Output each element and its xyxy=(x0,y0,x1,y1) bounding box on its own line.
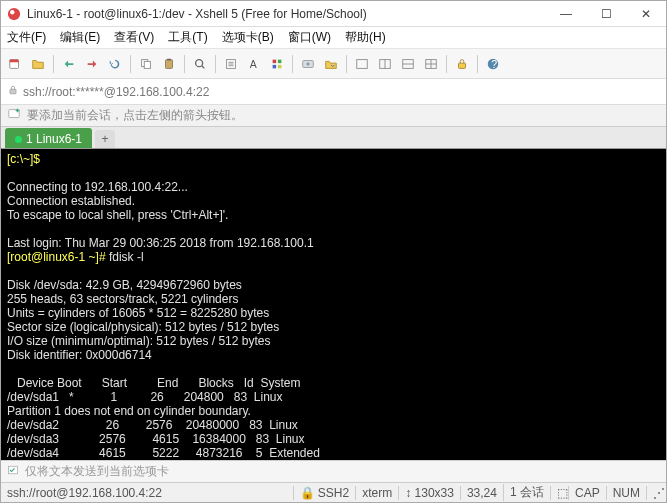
svg-rect-20 xyxy=(357,59,368,68)
menu-view[interactable]: 查看(V) xyxy=(114,29,154,46)
terminal[interactable]: [c:\~]$ Connecting to 192.168.100.4:22..… xyxy=(1,149,666,460)
tab-linux6-1[interactable]: 1 Linux6-1 xyxy=(5,128,92,148)
menu-bar: 文件(F) 编辑(E) 查看(V) 工具(T) 选项卡(B) 窗口(W) 帮助(… xyxy=(1,27,666,49)
address-text: ssh://root:******@192.168.100.4:22 xyxy=(23,85,209,99)
svg-rect-28 xyxy=(459,63,466,68)
lock-icon xyxy=(7,84,19,99)
address-bar[interactable]: ssh://root:******@192.168.100.4:22 xyxy=(1,79,666,105)
properties-icon[interactable] xyxy=(221,54,241,74)
open-icon[interactable] xyxy=(28,54,48,74)
svg-rect-6 xyxy=(166,59,173,68)
search-icon[interactable] xyxy=(190,54,210,74)
status-cap: CAP xyxy=(568,486,606,500)
status-num: NUM xyxy=(606,486,646,500)
svg-rect-31 xyxy=(10,89,16,94)
status-resize-grip[interactable]: ⋰ xyxy=(646,486,660,500)
reconnect-icon[interactable] xyxy=(105,54,125,74)
svg-rect-7 xyxy=(167,58,171,60)
svg-point-1 xyxy=(10,10,14,14)
toolbar-divider xyxy=(215,55,216,73)
status-connection: ssh://root@192.168.100.4:22 xyxy=(7,486,162,500)
hint-bar: 要添加当前会话，点击左侧的箭头按钮。 xyxy=(1,105,666,127)
svg-line-9 xyxy=(202,65,205,68)
send-bar-text: 仅将文本发送到当前选项卡 xyxy=(25,463,169,480)
toolbar: A ? xyxy=(1,49,666,79)
status-scroll: ⬚ xyxy=(550,486,568,500)
app-icon xyxy=(7,7,21,21)
tab-label: 1 Linux6-1 xyxy=(26,132,82,146)
window-controls: — ☐ ✕ xyxy=(552,7,660,21)
status-pos: 33,24 xyxy=(460,486,503,500)
copy-icon[interactable] xyxy=(136,54,156,74)
view1-icon[interactable] xyxy=(352,54,372,74)
toolbar-divider xyxy=(446,55,447,73)
paste-icon[interactable] xyxy=(159,54,179,74)
toolbar-divider xyxy=(477,55,478,73)
svg-rect-3 xyxy=(10,59,19,62)
menu-window[interactable]: 窗口(W) xyxy=(288,29,331,46)
help-icon[interactable]: ? xyxy=(483,54,503,74)
menu-edit[interactable]: 编辑(E) xyxy=(60,29,100,46)
svg-rect-18 xyxy=(278,64,282,68)
view3-icon[interactable] xyxy=(398,54,418,74)
disconnect-icon[interactable] xyxy=(82,54,102,74)
color-icon[interactable] xyxy=(267,54,287,74)
minimize-button[interactable]: — xyxy=(552,7,580,21)
status-bar: ssh://root@192.168.100.4:22 🔒 SSH2 xterm… xyxy=(1,482,666,502)
svg-rect-5 xyxy=(144,61,150,68)
toolbar-divider xyxy=(292,55,293,73)
menu-file[interactable]: 文件(F) xyxy=(7,29,46,46)
toolbar-divider xyxy=(53,55,54,73)
connect-icon[interactable] xyxy=(59,54,79,74)
add-session-icon[interactable] xyxy=(7,107,21,124)
menu-tabs[interactable]: 选项卡(B) xyxy=(222,29,274,46)
toolbar-divider xyxy=(130,55,131,73)
svg-rect-17 xyxy=(273,64,277,68)
view2-icon[interactable] xyxy=(375,54,395,74)
toolbar-divider xyxy=(346,55,347,73)
svg-text:?: ? xyxy=(491,57,497,69)
new-tab-button[interactable]: + xyxy=(95,130,115,148)
sftp-icon[interactable] xyxy=(321,54,341,74)
svg-rect-15 xyxy=(273,59,277,63)
view4-icon[interactable] xyxy=(421,54,441,74)
lock-icon[interactable] xyxy=(452,54,472,74)
svg-text:A: A xyxy=(250,57,257,69)
status-term: xterm xyxy=(355,486,398,500)
menu-help[interactable]: 帮助(H) xyxy=(345,29,386,46)
font-icon[interactable]: A xyxy=(244,54,264,74)
session-tabs: 1 Linux6-1 + xyxy=(1,127,666,149)
svg-point-8 xyxy=(196,59,203,66)
transfer-icon[interactable] xyxy=(298,54,318,74)
window-title: Linux6-1 - root@linux6-1:/dev - Xshell 5… xyxy=(27,7,552,21)
status-ssh: 🔒 SSH2 xyxy=(293,486,356,500)
title-bar: Linux6-1 - root@linux6-1:/dev - Xshell 5… xyxy=(1,1,666,27)
status-size: ↕ 130x33 xyxy=(398,486,460,500)
svg-point-0 xyxy=(8,7,20,19)
send-bar[interactable]: 仅将文本发送到当前选项卡 xyxy=(1,460,666,482)
status-dot-icon xyxy=(15,136,22,143)
hint-text: 要添加当前会话，点击左侧的箭头按钮。 xyxy=(27,107,243,124)
send-target-icon xyxy=(7,464,19,479)
new-session-icon[interactable] xyxy=(5,54,25,74)
status-sessions: 1 会话 xyxy=(503,484,550,501)
close-button[interactable]: ✕ xyxy=(632,7,660,21)
maximize-button[interactable]: ☐ xyxy=(592,7,620,21)
toolbar-divider xyxy=(184,55,185,73)
menu-tools[interactable]: 工具(T) xyxy=(168,29,207,46)
svg-rect-16 xyxy=(278,59,282,63)
